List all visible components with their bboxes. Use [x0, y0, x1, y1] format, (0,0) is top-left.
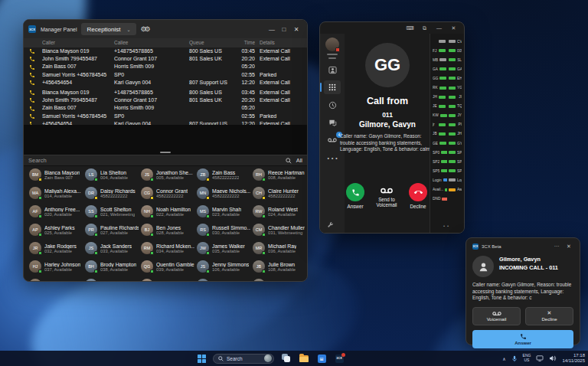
voicemail-icon[interactable]: 4 [324, 133, 341, 147]
task-view-button[interactable] [281, 353, 292, 364]
column-header-callee[interactable]: Callee [114, 38, 188, 47]
3cx-taskbar-button[interactable]: 3CX [334, 353, 345, 364]
blf-entry[interactable]: Login [433, 175, 447, 185]
contacts-filter-dropdown[interactable]: All [296, 157, 302, 164]
contact-card[interactable]: AP Ashley Parks 025, Available [27, 221, 83, 238]
contact-card[interactable]: PR Pauline Richards 027, Available [83, 221, 139, 238]
open-external-icon[interactable]: ⧉ [417, 25, 432, 31]
blf-entry[interactable]: JB [433, 129, 447, 139]
settings-wrench-icon[interactable] [327, 221, 334, 228]
contact-card[interactable]: MF Michael Faring... 111, Available [27, 276, 83, 282]
view-selector-dropdown[interactable]: Receptionist ⌄ [81, 23, 136, 35]
blf-entry[interactable]: KW [433, 111, 447, 120]
contact-card[interactable]: DR Daisy Richards 45822222222 [83, 185, 139, 201]
contacts-icon[interactable] [324, 63, 341, 77]
chat-icon[interactable] [324, 116, 341, 129]
contact-card[interactable]: RW Roland West 024, Available [250, 203, 306, 220]
settings-gear-icon[interactable]: ⚙⚙ [141, 25, 149, 33]
call-queue-row[interactable]: Zain Bass 007 Horris Smith 009 05:20 [24, 104, 307, 112]
contact-card[interactable]: MR Michael Ray 036, Available [250, 240, 306, 257]
call-queue-row[interactable]: Zain Bass 007 Horris Smith 009 05:20 [24, 63, 307, 70]
toast-more-icon[interactable]: ⋯ [552, 243, 561, 250]
call-queue-row[interactable]: Bianca Mayson 019 +148754578865 800 Sale… [24, 89, 307, 96]
contact-card[interactable]: JS Jack Sanders 033, Available [83, 240, 139, 257]
contact-card[interactable]: AF Anthony Free... 020, Available [27, 203, 83, 220]
search-icon[interactable] [286, 158, 292, 164]
blf-entry[interactable]: PI [447, 120, 462, 129]
blf-entry[interactable]: FJ [433, 46, 447, 55]
blf-entry[interactable]: TQ [447, 102, 462, 111]
blf-entry[interactable]: SL [447, 55, 462, 64]
contact-card[interactable]: MS Marvin Shah 023, Available [194, 203, 250, 220]
language-indicator[interactable]: ENGUS [523, 354, 531, 363]
contact-card[interactable]: WH William Harvey 119, Available [250, 276, 306, 282]
minimize-button[interactable]: — [432, 25, 446, 31]
close-button[interactable]: ✕ [446, 25, 461, 31]
contact-card[interactable]: CG Connor Grant 45822222222 [139, 185, 194, 201]
blf-entry[interactable]: Avail... [433, 185, 447, 194]
blf-entry[interactable]: 005 [447, 46, 462, 55]
blf-entry[interactable]: Logout [447, 175, 462, 185]
blf-pagination-dots[interactable]: •• [430, 224, 464, 228]
toast-answer-button[interactable]: Answer [472, 330, 573, 348]
blf-entry[interactable]: jr [433, 120, 447, 129]
contact-card[interactable]: JL John Lewis 116, Give me a call [194, 276, 250, 282]
contact-card[interactable]: ZB Zain Bass 45822222222 [194, 166, 250, 183]
contact-card[interactable]: JS Jonathon She... 005, Available [139, 166, 194, 183]
dialpad-tab-icon[interactable] [324, 80, 341, 94]
contact-card[interactable]: JS Jenny Simmons 106, Available [194, 258, 250, 275]
send-to-voicemail-button[interactable]: Send to Voicemail [371, 183, 402, 208]
more-options-icon[interactable]: ⋯ [324, 151, 341, 165]
microphone-icon[interactable] [511, 355, 518, 362]
file-explorer-button[interactable] [299, 353, 309, 364]
blf-entry[interactable]: GY [447, 139, 462, 148]
blf-entry[interactable]: GA [433, 64, 447, 74]
contact-card[interactable]: RS Russell Simmo... 030, Available [194, 221, 250, 238]
contact-card[interactable]: JR Jake Rodgers 032, Available [27, 240, 83, 257]
call-queue-row[interactable]: Samuel Yorris +456784545 SP0 02:55 Parke… [24, 113, 307, 120]
contact-card[interactable]: MN Maeve Nichols... 45822222222 [194, 185, 250, 201]
contact-card[interactable]: SS Scott Shelton 021, Webmeeting [83, 203, 139, 220]
decline-button[interactable]: Decline [403, 183, 433, 209]
contact-card[interactable]: BJ Ben Jones 028, Available [139, 221, 194, 238]
call-queue-row[interactable]: +456454654 Karl Gavyn 004 807 Support US… [24, 79, 307, 87]
call-queue-row[interactable]: John Smith 799455487 Connor Grant 107 80… [24, 55, 307, 63]
history-icon[interactable] [324, 98, 341, 112]
search-input[interactable] [28, 157, 281, 164]
contact-card[interactable]: JB Julie Brown 108, Available [250, 258, 306, 275]
column-header-caller[interactable]: Caller [42, 38, 113, 47]
blf-entry[interactable]: YG [447, 83, 462, 92]
blf-entry[interactable]: DND [433, 194, 447, 204]
network-icon[interactable] [536, 355, 544, 361]
blf-entry[interactable] [447, 194, 462, 204]
toast-close-icon[interactable]: ✕ [564, 243, 573, 250]
contact-card[interactable]: JF John Furniss 115, Available [139, 276, 194, 282]
toast-decline-button[interactable]: ✕ Decline [525, 307, 573, 325]
toast-voicemail-button[interactable]: Voicemail [472, 307, 521, 325]
contact-card[interactable]: BH Brody Hampton 038, Available [83, 258, 139, 275]
contact-card[interactable]: MA Maliyah Alexa... 014, Available [27, 185, 83, 201]
blf-entry[interactable]: MB [433, 55, 447, 64]
contact-card[interactable]: BM Bianca Mayson Zain Bass 007 [27, 166, 83, 183]
start-button[interactable] [198, 355, 206, 363]
contact-card[interactable]: HJ Harley Johnson 037, Available [27, 258, 83, 275]
contact-card[interactable]: LS Lia Shelton 004, Available [83, 166, 139, 183]
call-queue-row[interactable]: Samuel Yorris +456784545 SP0 02:55 Parke… [24, 71, 307, 79]
blf-entry[interactable]: SP5 [447, 166, 462, 175]
close-button[interactable]: ✕ [290, 26, 302, 33]
blf-entry[interactable]: GA [447, 64, 462, 74]
answer-button[interactable]: Answer [340, 183, 371, 209]
maximize-button[interactable]: □ [278, 26, 290, 33]
contact-card[interactable]: CH Claire Hunter 45822222222 [250, 185, 306, 201]
blf-entry[interactable]: RK [433, 83, 447, 92]
contact-card[interactable]: QG Quentin Gamble 039, Available [139, 258, 194, 275]
user-avatar[interactable] [325, 38, 339, 51]
blf-entry[interactable]: GE [433, 139, 447, 148]
contact-card[interactable]: RS Rachel Smith 113, Available [83, 276, 139, 282]
volume-icon[interactable] [549, 355, 557, 361]
blf-entry[interactable]: Away [447, 185, 462, 194]
blf-entry[interactable]: GG [433, 74, 447, 83]
call-queue-row[interactable]: John Smith 799455487 Connor Grant 107 80… [24, 96, 307, 104]
blf-entry[interactable]: SP5 [433, 166, 447, 175]
blf-entry[interactable]: JH [447, 129, 462, 139]
